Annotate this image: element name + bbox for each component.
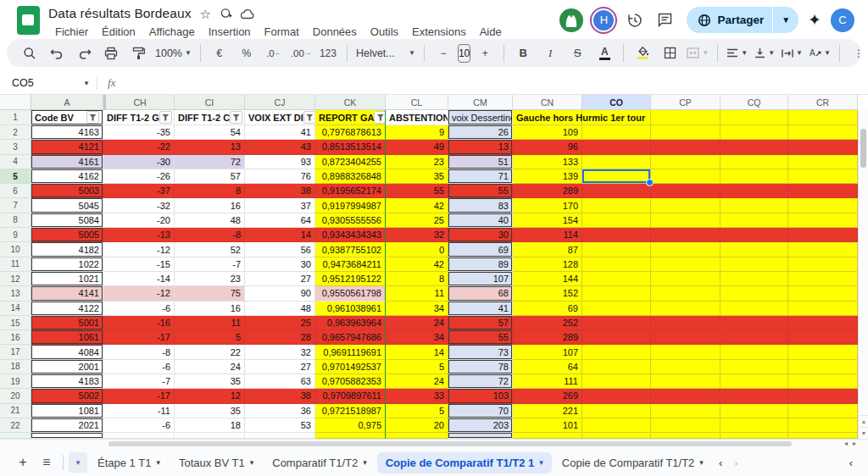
more-toolbar-button[interactable]: ⋮ [846,43,868,64]
cell-CH22[interactable]: -6 [103,418,175,433]
cell-CK4[interactable]: 0,8723404255 [315,155,386,169]
cell-CI6[interactable]: 8 [175,184,245,198]
cell-CO9[interactable] [582,228,651,242]
collaborator-avatar-h[interactable]: H [593,10,614,30]
cell-CP2[interactable] [651,125,721,140]
sheet-tab-caret[interactable]: ▾ [699,458,704,467]
cell-CI11[interactable]: -7 [175,257,245,272]
horizontal-align-button[interactable]: ▼ [724,43,750,64]
cell-CL14[interactable]: 34 [386,302,448,316]
cell-CL20[interactable]: 33 [386,389,448,403]
cell-CI22[interactable]: 18 [175,418,245,433]
cell-CM12[interactable]: 107 [448,272,513,286]
cell-CH18[interactable]: -6 [103,360,175,374]
fill-color-button[interactable] [630,43,655,64]
cell-CQ21[interactable] [721,404,788,418]
cell-CN6[interactable]: 289 [513,184,582,198]
cell-CM13[interactable]: 68 [448,286,513,301]
cell-CR20[interactable] [788,389,858,403]
cell-CQ19[interactable] [721,374,788,389]
column-header-CR[interactable]: CR [788,95,858,110]
cell-CN10[interactable]: 87 [513,242,582,257]
cell-A15[interactable]: 5001 [31,316,103,330]
cell-CN9[interactable]: 114 [513,228,582,242]
version-history-icon[interactable] [624,9,646,31]
cell-CJ14[interactable]: 48 [245,302,315,316]
column-header-CO[interactable]: CO [582,95,651,110]
cell-CP15[interactable] [651,316,721,330]
sheet-tab-1[interactable]: Étape 1 T1▾ [89,452,169,473]
document-title[interactable]: Data résultats Bordeaux [48,6,192,21]
cell-CI13[interactable]: 75 [175,286,245,301]
cell-CJ1[interactable]: VOIX EXT DI [245,110,315,125]
select-all-corner[interactable] [0,95,31,110]
row-header-6[interactable]: 6 [0,184,31,198]
cell-CN3[interactable]: 96 [513,140,582,154]
cell-CO8[interactable] [582,213,651,228]
cell-CM17[interactable]: 73 [448,345,513,359]
cell-CL17[interactable]: 14 [386,345,448,359]
cell-CR6[interactable] [788,184,858,198]
undo-icon[interactable] [44,43,70,64]
cell-CP22[interactable] [651,418,721,433]
cell-CI2[interactable]: 54 [175,125,245,140]
cell-CP7[interactable] [651,198,721,213]
cell-CQ16[interactable] [721,330,788,345]
horizontal-scroll-thumb[interactable] [108,441,792,446]
cell-CP6[interactable] [651,184,721,198]
filter-icon[interactable] [374,111,386,124]
cell-CM18[interactable]: 78 [448,360,513,374]
cell-CK14[interactable]: 0,961038961 [315,302,386,316]
font-size-input[interactable]: 10 [458,44,470,63]
cell-CR11[interactable] [788,257,858,272]
sheet-tab-5[interactable]: Copie de Comparatif T1/T2▾ [554,452,712,473]
cell-CL18[interactable]: 5 [386,360,448,374]
cell-CJ8[interactable]: 64 [245,213,315,228]
cell-CQ20[interactable] [721,389,788,403]
cell-CL10[interactable]: 0 [386,242,448,257]
search-icon[interactable] [17,43,42,64]
cell-A19[interactable]: 4183 [31,374,103,389]
cell-CJ12[interactable]: 27 [245,272,315,286]
cell-CN20[interactable]: 269 [513,389,582,403]
collapse-side-icon[interactable]: ‹ [849,457,853,469]
cell-A17[interactable]: 4084 [31,345,103,359]
filter-icon[interactable] [303,111,315,124]
cell-CR13[interactable] [788,286,858,301]
all-sheets-icon[interactable]: ≡ [36,451,58,473]
filter-icon[interactable] [230,111,242,124]
cell-CN2[interactable]: 109 [513,125,582,140]
cell-CQ22[interactable] [721,418,788,433]
cell-CL22[interactable]: 20 [386,418,448,433]
cell-CK20[interactable]: 0,9709897611 [315,389,386,403]
cell-CP5[interactable] [651,169,721,184]
cell-CP10[interactable] [651,242,721,257]
name-box-caret[interactable]: ▼ [83,80,90,87]
cell-CQ7[interactable] [721,198,788,213]
cell-CP16[interactable] [651,330,721,345]
cell-CR8[interactable] [788,213,858,228]
scroll-up-arrow[interactable]: ▲ [859,415,868,427]
cell-CL21[interactable]: 5 [386,404,448,418]
cell-CL6[interactable]: 55 [386,184,448,198]
cell-CI17[interactable]: 22 [175,345,245,359]
row-header-5[interactable]: 5 [0,169,31,184]
menu-donnees[interactable]: Données [306,24,364,40]
cell-CO20[interactable] [582,389,651,403]
cell-CJ9[interactable]: 14 [245,228,315,242]
cell-CM5[interactable]: 71 [448,169,513,184]
cell-CK3[interactable]: 0,8513513514 [315,140,386,154]
cell-A11[interactable]: 1022 [31,257,103,272]
cell-CM10[interactable]: 69 [448,242,513,257]
cell-CP12[interactable] [651,272,721,286]
cell-CI5[interactable]: 57 [175,169,245,184]
share-dropdown-caret[interactable]: ▼ [773,15,798,25]
cell-CN17[interactable]: 107 [513,345,582,359]
row-header-9[interactable]: 9 [0,228,31,242]
filter-icon[interactable] [86,111,99,124]
cell-CM7[interactable]: 83 [448,198,513,213]
cell-CI7[interactable]: 16 [175,198,245,213]
cell-CR22[interactable] [788,418,858,433]
cell-CN7[interactable]: 170 [513,198,582,213]
cell-CK9[interactable]: 0,9343434343 [315,228,386,242]
